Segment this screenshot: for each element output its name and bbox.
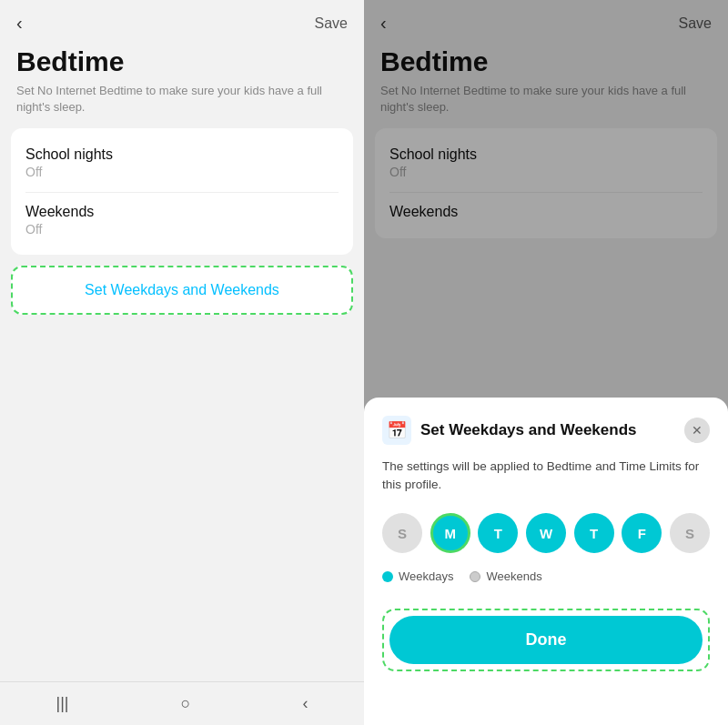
calendar-emoji: 📅 bbox=[387, 420, 407, 440]
modal-sheet: 📅 Set Weekdays and Weekends ✕ The settin… bbox=[364, 398, 728, 725]
modal-header-left: 📅 Set Weekdays and Weekends bbox=[382, 416, 636, 445]
day-monday[interactable]: M bbox=[430, 513, 470, 553]
weekday-legend-label: Weekdays bbox=[399, 569, 453, 583]
weekends-label: Weekends bbox=[25, 204, 339, 220]
day-friday[interactable]: F bbox=[622, 513, 662, 553]
left-header: ‹ Save bbox=[0, 0, 364, 39]
nav-back-left: ‹ bbox=[302, 694, 308, 713]
day-sunday[interactable]: S bbox=[382, 513, 422, 553]
modal-title: Set Weekdays and Weekends bbox=[420, 421, 636, 439]
nav-lines-left: ||| bbox=[56, 694, 69, 713]
right-panel: ‹ Save Bedtime Set No Internet Bedtime t… bbox=[364, 0, 728, 725]
weekend-dot bbox=[470, 571, 480, 582]
weekend-legend-label: Weekends bbox=[486, 569, 541, 583]
weekday-dot bbox=[382, 571, 393, 582]
legend-weekday: Weekdays bbox=[382, 569, 453, 583]
day-wednesday[interactable]: W bbox=[526, 513, 566, 553]
legend-weekend: Weekends bbox=[470, 569, 541, 583]
left-save-button[interactable]: Save bbox=[315, 15, 348, 32]
left-panel: ‹ Save Bedtime Set No Internet Bedtime t… bbox=[0, 0, 364, 725]
modal-close-button[interactable]: ✕ bbox=[684, 418, 710, 443]
day-saturday[interactable]: S bbox=[670, 513, 710, 553]
done-wrapper: Done bbox=[382, 609, 710, 671]
school-nights-item[interactable]: School nights Off bbox=[25, 141, 339, 185]
legend-row: Weekdays Weekends bbox=[382, 569, 710, 583]
modal-description: The settings will be applied to Bedtime … bbox=[382, 458, 710, 493]
weekends-item[interactable]: Weekends Off bbox=[25, 192, 339, 242]
close-icon: ✕ bbox=[692, 423, 703, 438]
modal-header: 📅 Set Weekdays and Weekends ✕ bbox=[382, 416, 710, 445]
modal-overlay: 📅 Set Weekdays and Weekends ✕ The settin… bbox=[364, 0, 728, 725]
day-thursday[interactable]: T bbox=[574, 513, 614, 553]
nav-circle-left: ○ bbox=[181, 694, 191, 713]
calendar-icon: 📅 bbox=[382, 416, 411, 445]
day-tuesday[interactable]: T bbox=[478, 513, 518, 553]
school-nights-label: School nights bbox=[25, 146, 339, 163]
left-settings-card: School nights Off Weekends Off bbox=[11, 128, 353, 255]
left-back-icon[interactable]: ‹ bbox=[16, 13, 23, 34]
left-page-title: Bedtime bbox=[0, 39, 364, 83]
weekends-value: Off bbox=[25, 222, 339, 237]
school-nights-value: Off bbox=[25, 165, 339, 179]
left-nav-bar: ||| ○ ‹ bbox=[0, 681, 364, 725]
left-page-subtitle: Set No Internet Bedtime to make sure you… bbox=[0, 83, 364, 128]
set-weekdays-button[interactable]: Set Weekdays and Weekends bbox=[11, 266, 353, 315]
done-button[interactable]: Done bbox=[389, 616, 703, 664]
days-row: S M T W T F S bbox=[382, 513, 710, 553]
